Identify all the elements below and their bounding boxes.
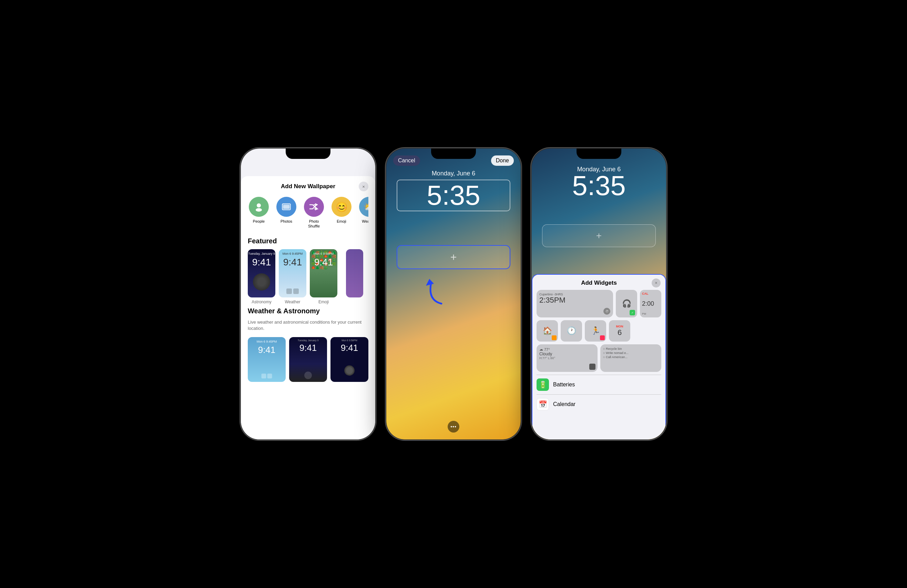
add-widget-box[interactable]: + <box>397 245 510 269</box>
people-label: People <box>253 219 264 224</box>
app-list: 🔋 Batteries 📅 Calendar <box>532 375 665 414</box>
shuffle-icon <box>304 197 324 217</box>
aw-close-button[interactable]: × <box>652 279 660 287</box>
weather-astro-title: Weather & Astronomy <box>248 307 369 315</box>
featured-weather[interactable]: Mon 6 9:45PM 9:41 Weather <box>279 249 306 304</box>
arrow-indicator <box>421 272 448 308</box>
phone-3: Monday, June 6 5:35 + Add Widgets × <box>532 149 666 439</box>
lockscreen-date-2: Monday, June 6 <box>386 170 521 177</box>
photos-icon <box>276 197 296 217</box>
weather-astro-grid: Mon 6 9:45PM 9:41 Tuesday, January 9 9:4… <box>248 337 369 382</box>
people-icon <box>249 197 269 217</box>
widget-calendar-small[interactable]: CAL 2:00 PM <box>640 290 661 317</box>
wallpaper-type-shuffle[interactable]: PhotoShuffle <box>303 197 325 229</box>
phone1-screen: Add New Wallpaper × People <box>241 149 375 439</box>
app-calendar[interactable]: 📅 Calendar <box>537 394 661 414</box>
widget-fitness[interactable]: 🏃 <box>585 320 606 341</box>
shuffle-label: PhotoShuffle <box>308 219 320 229</box>
weather-thumb-2[interactable]: Tuesday, January 9 9:41 <box>289 337 327 382</box>
purple-thumb <box>346 249 363 298</box>
widget-weather-summary[interactable]: ☁ 77° Cloudy H:77° L:60° <box>537 344 598 372</box>
svg-rect-5 <box>283 205 290 208</box>
p3-plus-icon: + <box>596 230 602 241</box>
svg-point-0 <box>257 203 261 207</box>
modal-header: Add New Wallpaper × <box>248 183 369 190</box>
widget-airpods[interactable]: 🎧 ✓ <box>616 290 637 317</box>
featured-emoji[interactable]: 🌲🍂🎄🌿🍁🌲🍂🎄🌿🍁🌲🍂🎄🌿🍁🌲🍂🎄🌿🍁🌲🍂🎄🌿🍁🌲🍂🎄 Mon 6 9:58P… <box>310 249 337 304</box>
add-wallpaper-sheet: Add New Wallpaper × People <box>241 176 375 439</box>
scene: Add New Wallpaper × People <box>227 135 680 453</box>
notch <box>286 149 330 159</box>
aw-close-icon: × <box>655 280 657 285</box>
widget-row-3: ☁ 77° Cloudy H:77° L:60° ○ Recycle bin ○… <box>532 344 665 375</box>
svg-point-1 <box>256 208 262 211</box>
app-batteries[interactable]: 🔋 Batteries <box>537 375 661 394</box>
featured-grid: Tuesday, January 9 9:41 Astronomy Mon 6 … <box>248 249 369 304</box>
modal-title: Add New Wallpaper <box>281 183 335 190</box>
lockscreen-time-2: 5:35 <box>399 182 508 209</box>
weather-thumb: Mon 6 9:45PM 9:41 <box>279 249 306 298</box>
batteries-app-name: Batteries <box>553 381 575 388</box>
emoji-pattern: 🌲🍂🎄🌿🍁🌲🍂🎄🌿🍁🌲🍂🎄🌿🍁🌲🍂🎄🌿🍁🌲🍂🎄🌿🍁🌲🍂🎄 <box>310 249 337 298</box>
dots-icon: ••• <box>450 424 457 429</box>
p3-widget-placeholder[interactable]: + <box>542 224 656 247</box>
add-widget-plus-icon: + <box>450 251 457 264</box>
weather-thumb-1[interactable]: Mon 6 9:45PM 9:41 <box>248 337 286 382</box>
notch-3 <box>577 149 621 159</box>
astronomy-thumb: Tuesday, January 9 9:41 <box>248 249 275 298</box>
cancel-button[interactable]: Cancel <box>393 155 420 166</box>
calendar-app-icon: 📅 <box>537 398 549 410</box>
photos-label: Photos <box>280 219 292 224</box>
weather-thumb-3[interactable]: Mon 6 9:58PM 9:41 <box>330 337 369 382</box>
weather-feat-label: Weather <box>285 300 300 304</box>
phone-1: Add New Wallpaper × People <box>241 149 375 439</box>
emoji-label: Emoji <box>337 219 346 224</box>
widget-clock[interactable]: 🕐 <box>561 320 582 341</box>
astronomy-label: Astronomy <box>252 300 271 304</box>
wallpaper-type-weather[interactable]: ⛅ Weather <box>358 197 369 229</box>
widget-row-1: Cupertino -3HRS 2:35PM ⏱ 🎧 ✓ <box>532 290 665 320</box>
dots-menu[interactable]: ••• <box>448 421 459 433</box>
phone-2: Cancel Done Monday, June 6 5:35 + <box>386 149 521 439</box>
add-widgets-panel: Add Widgets × Cupertino -3HRS 2:35PM ⏱ <box>532 274 666 439</box>
weather-icon-btn: ⛅ <box>359 197 369 217</box>
phone3-screen: Monday, June 6 5:35 + Add Widgets × <box>532 149 666 439</box>
weather-label: Weather <box>362 219 369 224</box>
featured-purple[interactable] <box>341 249 369 304</box>
aw-header: Add Widgets × <box>532 275 665 290</box>
modal-close-button[interactable]: × <box>359 182 369 191</box>
featured-title: Featured <box>248 237 369 245</box>
svg-marker-6 <box>426 279 434 286</box>
batteries-app-icon: 🔋 <box>537 378 549 391</box>
wallpaper-type-list: People Photos PhotoShuffle <box>248 197 369 229</box>
time-edit-box[interactable]: 5:35 <box>397 179 510 211</box>
notch-2 <box>431 149 476 159</box>
widget-weather-large[interactable]: Cupertino -3HRS 2:35PM ⏱ <box>537 290 613 317</box>
p3-time: 5:35 <box>532 172 666 200</box>
wallpaper-type-photos[interactable]: Photos <box>275 197 297 229</box>
close-icon: × <box>362 184 365 189</box>
done-button[interactable]: Done <box>491 155 514 166</box>
calendar-app-name: Calendar <box>553 401 575 407</box>
emoji-icon-btn: 😊 <box>332 197 351 217</box>
widget-reminders[interactable]: ○ Recycle bin ○ Write nomad e... ○ Call … <box>600 344 661 372</box>
widget-row-2: 🏠 🕐 🏃 MON 6 <box>532 320 665 344</box>
emoji-feat-label: Emoji <box>319 300 329 304</box>
wallpaper-type-emoji[interactable]: 😊 Emoji <box>330 197 353 229</box>
weather-astro-desc: Live weather and astronomical conditions… <box>248 319 369 332</box>
widget-cal-date[interactable]: MON 6 <box>609 320 630 341</box>
aw-title: Add Widgets <box>581 280 617 287</box>
emoji-thumb: 🌲🍂🎄🌿🍁🌲🍂🎄🌿🍁🌲🍂🎄🌿🍁🌲🍂🎄🌿🍁🌲🍂🎄🌿🍁🌲🍂🎄 Mon 6 9:58P… <box>310 249 337 298</box>
wallpaper-type-people[interactable]: People <box>248 197 270 229</box>
featured-astronomy[interactable]: Tuesday, January 9 9:41 Astronomy <box>248 249 275 304</box>
phone2-screen: Cancel Done Monday, June 6 5:35 + <box>386 149 521 439</box>
widget-home[interactable]: 🏠 <box>537 320 558 341</box>
